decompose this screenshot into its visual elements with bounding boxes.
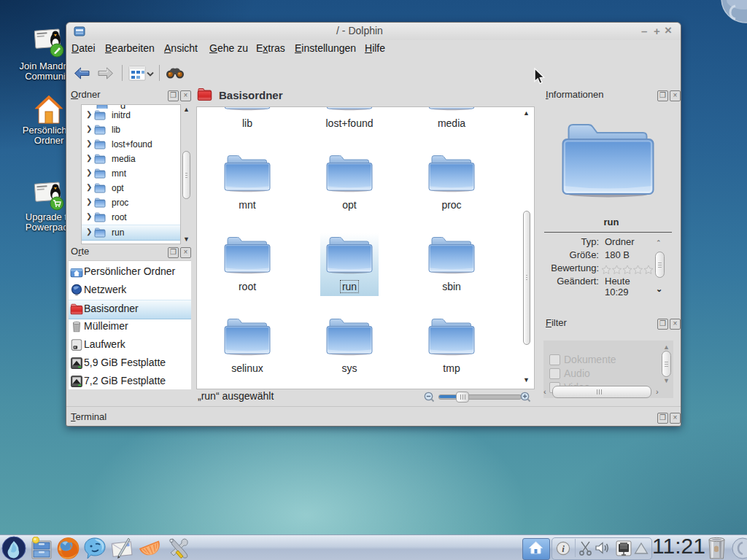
svg-text:i: i	[562, 543, 565, 554]
